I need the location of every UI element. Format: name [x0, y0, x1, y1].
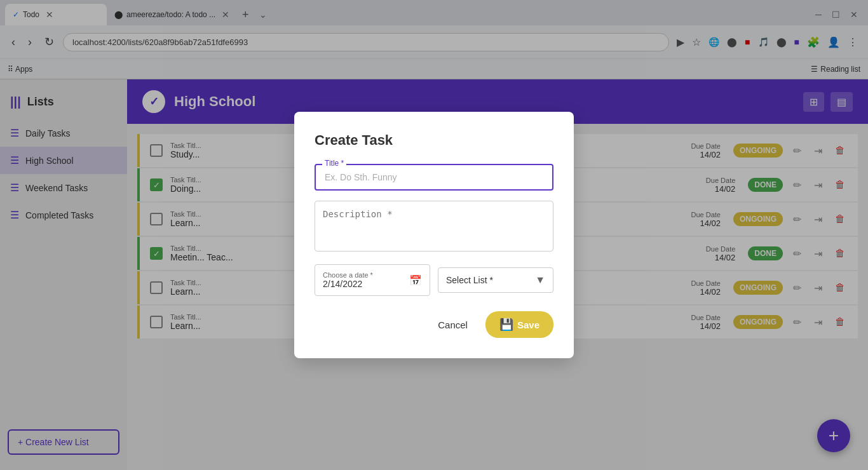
- date-list-row: Choose a date * 2/14/2022 📅 Select List …: [315, 264, 553, 296]
- description-textarea[interactable]: [315, 201, 553, 252]
- title-input[interactable]: [325, 172, 543, 182]
- date-field[interactable]: Choose a date * 2/14/2022 📅: [315, 264, 430, 296]
- select-list-value: Select List *: [446, 275, 493, 285]
- modal-title: Create Task: [315, 132, 553, 149]
- modal-overlay: Create Task Title * Choose a date * 2/14…: [0, 0, 868, 470]
- description-field: [315, 201, 553, 254]
- title-input-wrapper: Title *: [315, 164, 553, 191]
- cancel-button[interactable]: Cancel: [428, 314, 478, 335]
- title-field: Title *: [315, 164, 553, 191]
- date-field-value: 2/14/2022: [323, 279, 373, 289]
- save-button[interactable]: 💾 Save: [485, 311, 553, 338]
- date-field-label: Choose a date *: [323, 271, 373, 279]
- title-label: Title *: [322, 159, 346, 168]
- select-list-field[interactable]: Select List * ▼: [438, 267, 553, 293]
- create-task-modal: Create Task Title * Choose a date * 2/14…: [294, 112, 574, 358]
- calendar-icon[interactable]: 📅: [409, 274, 422, 286]
- save-label: Save: [517, 319, 539, 330]
- modal-actions: Cancel 💾 Save: [315, 311, 553, 338]
- date-field-content: Choose a date * 2/14/2022: [323, 271, 373, 289]
- select-arrow-icon: ▼: [535, 274, 545, 286]
- save-icon: 💾: [499, 318, 513, 332]
